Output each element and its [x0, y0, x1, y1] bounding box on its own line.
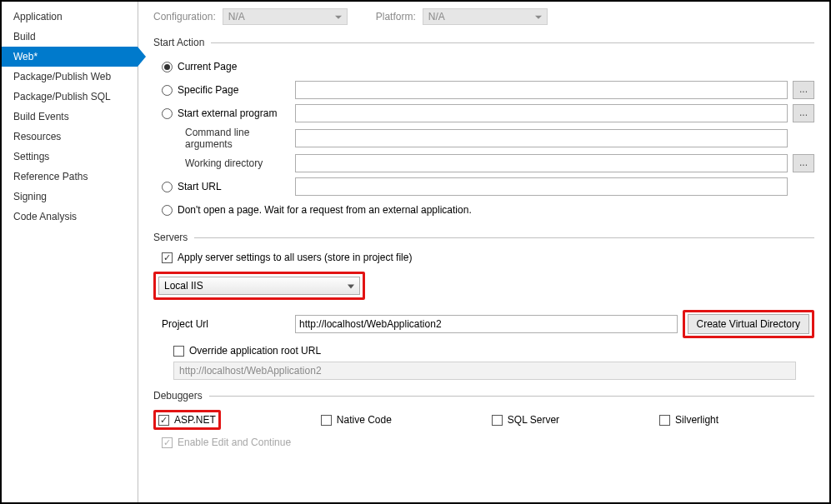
sidebar-item-web[interactable]: Web*	[2, 47, 138, 67]
sidebar-item-code-analysis[interactable]: Code Analysis	[2, 207, 138, 227]
debuggers-header: Debuggers	[153, 390, 814, 402]
project-url-label: Project Url	[153, 318, 295, 330]
aspnet-label: ASP.NET	[174, 414, 216, 426]
debuggers-title: Debuggers	[153, 390, 203, 402]
start-external-input[interactable]	[295, 104, 788, 122]
sidebar-item-package-publish-sql[interactable]: Package/Publish SQL	[2, 87, 138, 107]
enable-edit-checkbox	[162, 437, 173, 448]
working-dir-label: Working directory	[153, 157, 295, 169]
server-select-value: Local IIS	[164, 280, 203, 292]
silverlight-label: Silverlight	[675, 414, 718, 426]
start-url-input[interactable]	[295, 177, 788, 196]
current-page-radio[interactable]	[162, 62, 173, 72]
server-select[interactable]: Local IIS	[158, 277, 360, 295]
apply-all-label: Apply server settings to all users (stor…	[178, 252, 412, 263]
specific-page-label: Specific Page	[178, 84, 238, 96]
start-action-header: Start Action	[153, 37, 814, 48]
start-external-radio[interactable]	[162, 108, 173, 119]
cmd-args-input[interactable]	[295, 129, 788, 147]
override-root-label: Override application root URL	[189, 345, 321, 357]
specific-page-radio[interactable]	[162, 85, 173, 96]
start-external-label: Start external program	[178, 107, 277, 119]
dont-open-label: Don't open a page. Wait for a request fr…	[178, 204, 472, 216]
sidebar-item-reference-paths[interactable]: Reference Paths	[2, 167, 138, 187]
start-action-title: Start Action	[153, 37, 204, 48]
configuration-select: N/A	[223, 8, 348, 25]
native-code-label: Native Code	[337, 414, 392, 426]
sql-server-label: SQL Server	[508, 414, 559, 426]
create-virtual-directory-button[interactable]: Create Virtual Directory	[688, 314, 810, 334]
silverlight-checkbox[interactable]	[659, 415, 670, 426]
cmd-args-label: Command line arguments	[153, 127, 295, 150]
sidebar-item-signing[interactable]: Signing	[2, 187, 138, 207]
start-url-label: Start URL	[178, 181, 222, 192]
working-dir-browse-button[interactable]: ...	[793, 154, 814, 172]
config-platform-row: Configuration: N/A Platform: N/A	[153, 8, 814, 25]
current-page-label: Current Page	[178, 61, 237, 72]
configuration-label: Configuration:	[153, 11, 216, 22]
sidebar-item-application[interactable]: Application	[2, 7, 138, 27]
aspnet-checkbox[interactable]	[158, 415, 169, 426]
working-dir-input[interactable]	[295, 154, 788, 172]
servers-title: Servers	[153, 232, 188, 243]
start-external-browse-button[interactable]: ...	[793, 104, 814, 122]
enable-edit-label: Enable Edit and Continue	[178, 437, 291, 448]
sidebar-item-build-events[interactable]: Build Events	[2, 107, 138, 127]
specific-page-input[interactable]	[295, 81, 788, 99]
main-panel: Configuration: N/A Platform: N/A Start A…	[138, 2, 829, 502]
native-code-checkbox[interactable]	[321, 415, 332, 426]
platform-label: Platform:	[376, 11, 416, 22]
start-url-radio[interactable]	[162, 182, 173, 192]
specific-page-browse-button[interactable]: ...	[793, 81, 814, 99]
sidebar-item-resources[interactable]: Resources	[2, 127, 138, 147]
sidebar-item-settings[interactable]: Settings	[2, 147, 138, 167]
sql-server-checkbox[interactable]	[492, 415, 503, 426]
apply-all-checkbox[interactable]	[162, 252, 173, 263]
sidebar: Application Build Web* Package/Publish W…	[2, 2, 138, 502]
platform-select: N/A	[423, 8, 548, 25]
override-root-checkbox[interactable]	[173, 346, 184, 357]
servers-header: Servers	[153, 232, 814, 243]
dont-open-radio[interactable]	[162, 205, 173, 216]
override-root-input: http://localhost/WebApplication2	[173, 362, 796, 380]
sidebar-item-build[interactable]: Build	[2, 27, 138, 47]
sidebar-item-package-publish-web[interactable]: Package/Publish Web	[2, 67, 138, 87]
project-url-input[interactable]	[295, 315, 678, 333]
